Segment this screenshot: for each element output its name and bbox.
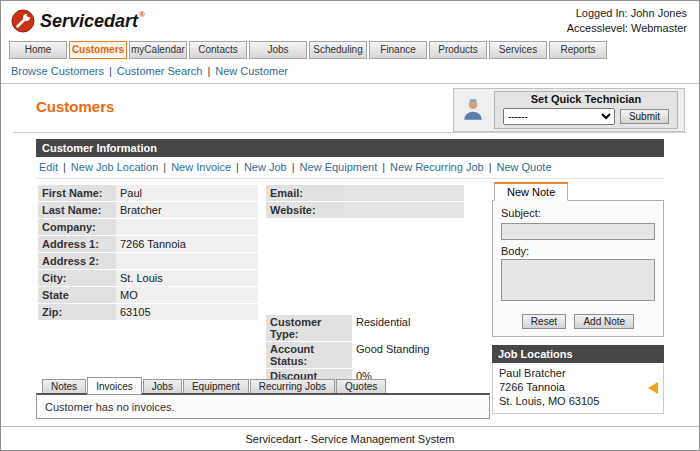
nav-tab-contacts[interactable]: Contacts (189, 41, 247, 59)
new-note-panel: Subject: Body: Reset Add Note (492, 200, 664, 337)
field-label: Address 1: (38, 236, 116, 252)
body-textarea[interactable] (501, 259, 655, 301)
user-info: Logged In: John Jones Accesslevel: Webma… (567, 6, 687, 37)
link-new-customer[interactable]: New Customer (215, 65, 288, 77)
invoices-panel: Customer has no invoices. (36, 393, 490, 419)
footer-text: Servicedart - Service Management System (245, 433, 454, 445)
field-account-status: Account Status: Good Standing (266, 342, 496, 368)
nav-tab-products[interactable]: Products (429, 41, 487, 59)
field-label: State (38, 287, 116, 303)
separator: | (63, 161, 66, 173)
field-value: 63105 (116, 304, 258, 320)
quick-technician-label: Set Quick Technician (503, 93, 669, 106)
field-address1: Address 1: 7266 Tannoia (38, 236, 258, 252)
field-label: Company: (38, 219, 116, 235)
field-value (344, 202, 464, 218)
job-location-address2: St. Louis, MO 63105 (499, 394, 645, 408)
job-location-item: Paul Bratcher 7266 Tannoia St. Louis, MO… (492, 363, 664, 415)
field-value: MO (116, 287, 258, 303)
nav-tab-jobs[interactable]: Jobs (249, 41, 307, 59)
job-locations-header: Job Locations (492, 345, 664, 363)
field-value (116, 219, 258, 235)
tab-invoices[interactable]: Invoices (87, 377, 142, 395)
page-title: Customers (36, 98, 114, 115)
field-first-name: First Name: Paul (38, 185, 258, 201)
quick-technician-box: Set Quick Technician ------ Submit (494, 91, 678, 129)
separator: | (109, 65, 112, 77)
new-note-buttons: Reset Add Note (501, 311, 655, 329)
field-label: Last Name: (38, 202, 116, 218)
field-label: Account Status: (266, 342, 352, 368)
field-label: Zip: (38, 304, 116, 320)
brand: Servicedart ® (11, 9, 145, 33)
nav-tab-mycalendar[interactable]: myCalendar (129, 41, 187, 59)
contact-fields: Email: Website: (266, 185, 464, 219)
registered-mark: ® (139, 10, 145, 19)
location-arrow-icon[interactable] (648, 382, 658, 394)
nav-tab-reports[interactable]: Reports (549, 41, 607, 59)
job-location-name: Paul Bratcher (499, 366, 645, 380)
access-level-text: Accesslevel: Webmaster (567, 21, 687, 36)
wrench-logo-icon (11, 9, 35, 33)
nav-tab-finance[interactable]: Finance (369, 41, 427, 59)
nav-tab-customers[interactable]: Customers (69, 41, 127, 59)
field-website: Website: (266, 202, 464, 218)
separator: | (163, 161, 166, 173)
logged-in-text: Logged In: John Jones (567, 6, 687, 21)
field-value: St. Louis (116, 270, 258, 286)
technician-icon (460, 97, 486, 123)
footer: Servicedart - Service Management System (1, 426, 699, 450)
field-value (116, 253, 258, 269)
field-value: Residential (352, 315, 496, 341)
add-note-button[interactable]: Add Note (574, 314, 634, 329)
right-column: New Note Subject: Body: Reset Add Note J… (492, 181, 664, 414)
action-new-quote[interactable]: New Quote (497, 161, 552, 173)
empty-invoices-message: Customer has no invoices. (45, 401, 175, 413)
separator: | (236, 161, 239, 173)
separator: | (292, 161, 295, 173)
link-customer-search[interactable]: Customer Search (117, 65, 203, 77)
action-new-recurring-job[interactable]: New Recurring Job (390, 161, 484, 173)
new-note-tab[interactable]: New Note (494, 182, 568, 201)
field-value: Good Standing (352, 342, 496, 368)
app-window: Servicedart ® Logged In: John Jones Acce… (0, 0, 700, 451)
nav-tab-scheduling[interactable]: Scheduling (309, 41, 367, 59)
divider (13, 132, 687, 133)
field-value (344, 185, 464, 201)
action-new-invoice[interactable]: New Invoice (171, 161, 231, 173)
customer-information-panel: Customer Information Edit|New Job Locati… (36, 139, 664, 418)
field-value: 7266 Tannoia (116, 236, 258, 252)
submit-button[interactable]: Submit (620, 109, 669, 124)
field-customer-type: Customer Type: Residential (266, 315, 496, 341)
top-bar: Servicedart ® Logged In: John Jones Acce… (1, 1, 699, 41)
field-city: City: St. Louis (38, 270, 258, 286)
technician-select[interactable]: ------ (503, 108, 615, 125)
job-locations-section: Job Locations Paul Bratcher 7266 Tannoia… (492, 345, 664, 415)
field-label: Customer Type: (266, 315, 352, 341)
field-label: Address 2: (38, 253, 116, 269)
field-address2: Address 2: (38, 253, 258, 269)
action-edit[interactable]: Edit (39, 161, 58, 173)
field-label: First Name: (38, 185, 116, 201)
quick-technician-widget: Set Quick Technician ------ Submit (453, 88, 685, 132)
title-row: Customers Set Quick Technician ------ Su… (1, 84, 699, 128)
nav-tab-services[interactable]: Services (489, 41, 547, 59)
subject-input[interactable] (501, 223, 655, 240)
reset-button[interactable]: Reset (522, 314, 566, 329)
field-last-name: Last Name: Bratcher (38, 202, 258, 218)
action-new-equipment[interactable]: New Equipment (300, 161, 378, 173)
sub-nav: Browse Customers|Customer Search|New Cus… (1, 60, 699, 84)
action-new-job[interactable]: New Job (244, 161, 287, 173)
action-new-job-location[interactable]: New Job Location (71, 161, 158, 173)
nav-tab-home[interactable]: Home (9, 41, 67, 59)
separator: | (489, 161, 492, 173)
customer-actions: Edit|New Job Location|New Invoice|New Jo… (36, 157, 664, 178)
link-browse-customers[interactable]: Browse Customers (11, 65, 104, 77)
main-nav: Home Customers myCalendar Contacts Jobs … (1, 41, 699, 60)
separator: | (382, 161, 385, 173)
field-zip: Zip: 63105 (38, 304, 258, 320)
customer-information-header: Customer Information (36, 139, 664, 157)
field-value: Paul (116, 185, 258, 201)
field-label: Email: (266, 185, 344, 201)
field-label: Website: (266, 202, 344, 218)
